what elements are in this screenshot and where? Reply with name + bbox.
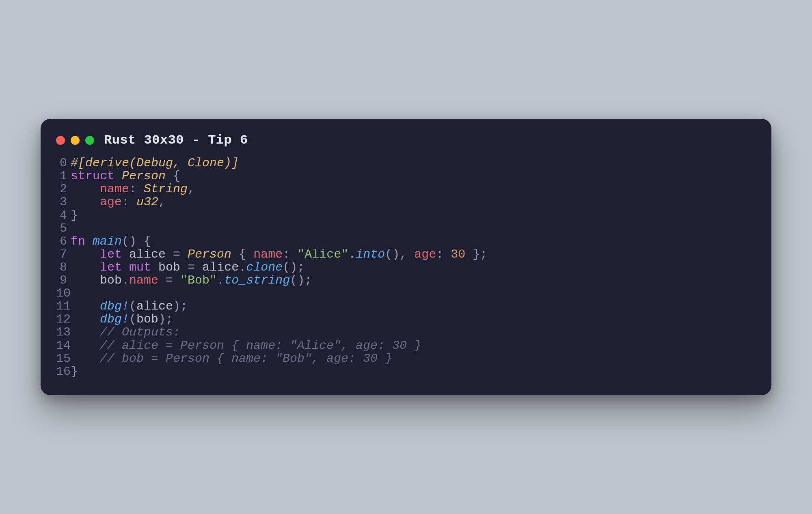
- code-line: 15 // bob = Person { name: "Bob", age: 3…: [56, 352, 756, 365]
- code-content: let mut bob = alice.clone();: [71, 261, 756, 274]
- code-line: 6fn main() {: [56, 235, 756, 248]
- code-snippet-window: Rust 30x30 - Tip 6 0#[derive(Debug, Clon…: [41, 119, 771, 395]
- code-content: age: u32,: [71, 196, 756, 209]
- line-number: 15: [56, 352, 71, 365]
- code-line: 4}: [56, 209, 756, 222]
- code-line: 14 // alice = Person { name: "Alice", ag…: [56, 339, 756, 352]
- window-close-icon[interactable]: [56, 136, 65, 145]
- code-content: fn main() {: [71, 235, 756, 248]
- line-number: 12: [56, 313, 71, 326]
- code-content: let alice = Person { name: "Alice".into(…: [71, 248, 756, 261]
- code-line: 1struct Person {: [56, 170, 756, 183]
- code-content: dbg!(bob);: [71, 313, 756, 326]
- code-content: }: [71, 365, 756, 378]
- line-number: 4: [56, 209, 71, 222]
- code-content: struct Person {: [71, 170, 756, 183]
- window-titlebar: Rust 30x30 - Tip 6: [56, 133, 756, 148]
- code-line: 13 // Outputs:: [56, 326, 756, 339]
- code-line: 3 age: u32,: [56, 196, 756, 209]
- code-line: 9 bob.name = "Bob".to_string();: [56, 274, 756, 287]
- code-content: // alice = Person { name: "Alice", age: …: [71, 339, 756, 352]
- code-line: 8 let mut bob = alice.clone();: [56, 261, 756, 274]
- code-line: 11 dbg!(alice);: [56, 300, 756, 313]
- line-number: 16: [56, 365, 71, 378]
- code-content: // bob = Person { name: "Bob", age: 30 }: [71, 352, 756, 365]
- code-content: [71, 222, 756, 235]
- code-content: }: [71, 209, 756, 222]
- line-number: 9: [56, 274, 71, 287]
- code-content: bob.name = "Bob".to_string();: [71, 274, 756, 287]
- line-number: 2: [56, 183, 71, 196]
- code-line: 0#[derive(Debug, Clone)]: [56, 157, 756, 170]
- window-minimize-icon[interactable]: [71, 136, 80, 145]
- line-number: 13: [56, 326, 71, 339]
- code-editor: 0#[derive(Debug, Clone)]1struct Person {…: [56, 157, 756, 378]
- line-number: 10: [56, 287, 71, 300]
- line-number: 5: [56, 222, 71, 235]
- window-title: Rust 30x30 - Tip 6: [104, 133, 248, 148]
- line-number: 11: [56, 300, 71, 313]
- code-content: dbg!(alice);: [71, 300, 756, 313]
- code-content: name: String,: [71, 183, 756, 196]
- line-number: 8: [56, 261, 71, 274]
- line-number: 6: [56, 235, 71, 248]
- code-line: 2 name: String,: [56, 183, 756, 196]
- line-number: 14: [56, 339, 71, 352]
- code-content: #[derive(Debug, Clone)]: [71, 157, 756, 170]
- code-line: 5: [56, 222, 756, 235]
- code-line: 7 let alice = Person { name: "Alice".int…: [56, 248, 756, 261]
- code-line: 10: [56, 287, 756, 300]
- line-number: 1: [56, 170, 71, 183]
- code-line: 16}: [56, 365, 756, 378]
- line-number: 7: [56, 248, 71, 261]
- code-line: 12 dbg!(bob);: [56, 313, 756, 326]
- code-content: [71, 287, 756, 300]
- line-number: 0: [56, 157, 71, 170]
- code-content: // Outputs:: [71, 326, 756, 339]
- window-zoom-icon[interactable]: [85, 136, 94, 145]
- line-number: 3: [56, 196, 71, 209]
